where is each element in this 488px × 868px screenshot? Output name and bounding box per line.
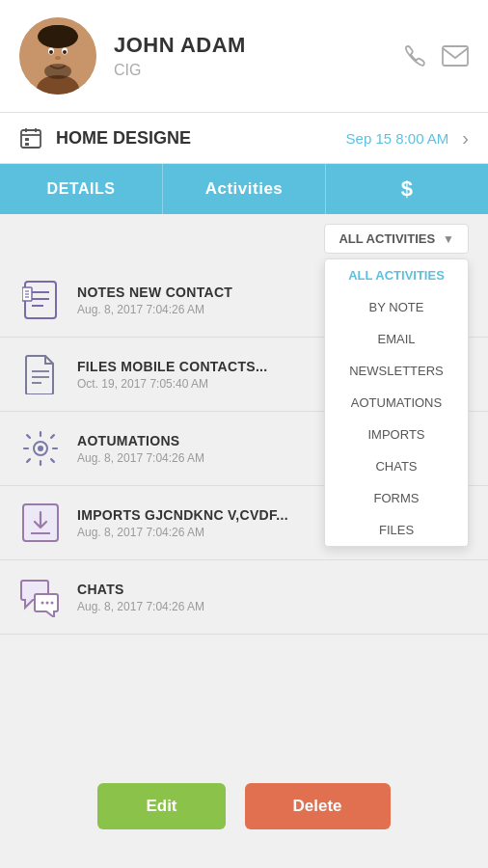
notes-icon	[19, 279, 62, 321]
file-icon	[19, 353, 62, 395]
email-icon[interactable]	[442, 45, 469, 67]
contact-name: JOHN ADAM	[114, 33, 401, 58]
dropdown-item-newsletters[interactable]: NEWSLETTERS	[325, 355, 468, 387]
import-icon	[19, 502, 62, 544]
svg-point-9	[55, 56, 61, 60]
contact-company: CIG	[114, 62, 401, 79]
project-title: HOME DESIGNE	[56, 128, 333, 149]
header-info: JOHN ADAM CIG	[114, 33, 401, 79]
project-date: Sep 15 8:00 AM	[346, 130, 449, 147]
activity-item-chats: CHATS Aug. 8, 2017 7:04:26 AM	[0, 560, 488, 635]
svg-point-33	[41, 602, 44, 605]
chat-icon	[19, 576, 62, 618]
dropdown-item-forms[interactable]: FORMS	[325, 482, 468, 514]
svg-rect-12	[21, 130, 41, 148]
dropdown-item-chats[interactable]: CHATS	[325, 450, 468, 482]
svg-point-10	[44, 64, 71, 79]
dropdown-item-all-activities[interactable]: ALL ACTIVITIES	[325, 259, 468, 291]
filter-dropdown-btn[interactable]: ALL ACTIVITIES ▼	[324, 224, 469, 254]
activity-time: Aug. 8, 2017 7:04:26 AM	[77, 600, 469, 613]
dropdown-item-files[interactable]: FILES	[325, 514, 468, 546]
tab-dollar[interactable]: $	[326, 164, 488, 214]
svg-point-35	[51, 602, 54, 605]
svg-rect-11	[443, 46, 468, 66]
dropdown-item-by-note[interactable]: BY NOTE	[325, 291, 468, 323]
activity-title: CHATS	[77, 582, 469, 597]
filter-dropdown: ALL ACTIVITIES BY NOTE EMAIL NEWSLETTERS…	[324, 258, 469, 547]
forward-arrow-icon[interactable]: ›	[462, 127, 469, 149]
svg-rect-17	[25, 143, 29, 146]
svg-point-34	[46, 602, 49, 605]
chevron-down-icon: ▼	[443, 232, 454, 246]
activity-text-chats: CHATS Aug. 8, 2017 7:04:26 AM	[77, 582, 469, 613]
header-action-icons	[401, 43, 469, 68]
filter-bar: ALL ACTIVITIES ▼ ALL ACTIVITIES BY NOTE …	[0, 214, 488, 263]
dropdown-item-imports[interactable]: IMPORTS	[325, 419, 468, 450]
svg-point-7	[49, 50, 53, 54]
header: JOHN ADAM CIG	[0, 0, 488, 113]
svg-rect-16	[25, 138, 29, 141]
sub-header: HOME DESIGNE Sep 15 8:00 AM ›	[0, 113, 488, 164]
edit-button[interactable]: Edit	[97, 783, 225, 829]
phone-icon[interactable]	[401, 43, 426, 68]
svg-point-4	[41, 25, 75, 41]
tabs: DETAILS Activities $	[0, 164, 488, 214]
calendar-icon	[19, 126, 42, 149]
gear-icon	[19, 427, 62, 470]
filter-label: ALL ACTIVITIES	[339, 231, 435, 246]
delete-button[interactable]: Delete	[245, 783, 391, 829]
tab-details[interactable]: DETAILS	[0, 164, 162, 214]
dropdown-item-email[interactable]: EMAIL	[325, 323, 468, 355]
tab-activities[interactable]: Activities	[162, 164, 326, 214]
svg-point-8	[63, 50, 67, 54]
svg-point-30	[38, 446, 43, 451]
dropdown-item-aotumations[interactable]: AOTUMATIONS	[325, 387, 468, 419]
avatar	[19, 17, 96, 95]
bottom-action-bar: Edit Delete	[0, 783, 488, 829]
